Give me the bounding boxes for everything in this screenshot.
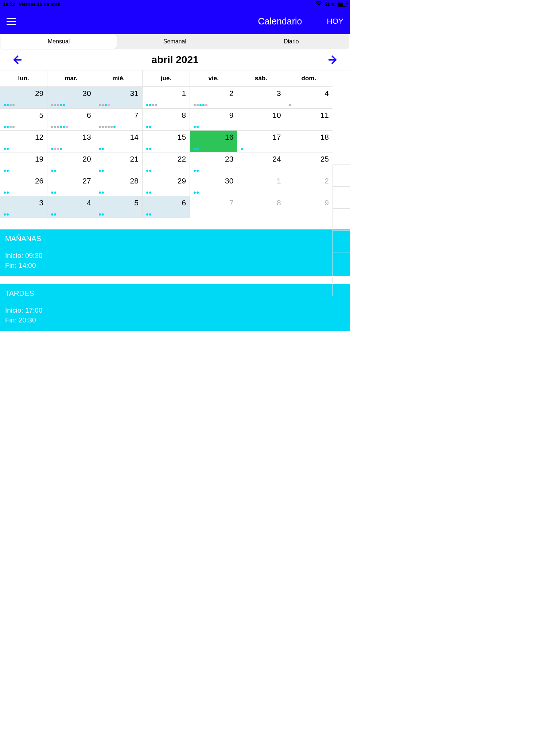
calendar-day[interactable]: 14	[95, 131, 143, 152]
event-dots	[194, 148, 199, 150]
status-battery-pct: 51 %	[324, 1, 335, 7]
calendar-day[interactable]: 6	[47, 109, 95, 130]
day-number: 27	[51, 177, 91, 185]
battery-icon	[338, 2, 347, 7]
calendar-day[interactable]: 18	[285, 131, 332, 152]
calendar-day[interactable]: 9	[190, 109, 237, 130]
event-dots	[51, 126, 68, 128]
day-number: 30	[194, 177, 233, 185]
event-card[interactable]: MAÑANASInicio: 09:30Fin: 14:00	[0, 229, 350, 276]
day-number: 1	[146, 89, 186, 98]
event-dots	[99, 148, 104, 150]
calendar-day[interactable]: 15	[143, 131, 190, 152]
page-title: Calendario	[258, 16, 302, 27]
day-number: 19	[4, 155, 43, 163]
menu-button[interactable]	[7, 18, 16, 25]
event-dots	[4, 148, 9, 150]
calendar-day[interactable]: 23	[190, 152, 237, 174]
tab-daily[interactable]: Diario	[233, 34, 349, 49]
calendar-day[interactable]: 11	[285, 109, 332, 130]
day-number: 9	[289, 198, 329, 207]
day-number: 4	[289, 89, 329, 98]
event-dots	[4, 104, 15, 106]
day-number: 3	[4, 198, 43, 207]
calendar-day[interactable]: 10	[237, 109, 285, 130]
event-dots	[4, 191, 9, 194]
calendar-day[interactable]: 7	[95, 109, 143, 130]
day-number: 2	[194, 89, 233, 98]
calendar-day[interactable]: 21	[95, 152, 143, 174]
next-month-button[interactable]	[328, 54, 339, 65]
calendar-day[interactable]: 4	[47, 196, 95, 218]
calendar-day[interactable]: 8	[143, 109, 190, 130]
calendar-day[interactable]: 30	[47, 87, 95, 108]
event-dots	[51, 170, 56, 172]
calendar-day[interactable]: 25	[285, 152, 332, 174]
day-number: 29	[146, 177, 186, 185]
event-dots	[289, 104, 291, 106]
calendar-day[interactable]: 8	[237, 196, 285, 218]
event-dots	[146, 191, 151, 194]
calendar-day[interactable]: 1	[143, 87, 190, 108]
calendar-day[interactable]: 13	[47, 131, 95, 152]
event-dots	[146, 213, 151, 216]
day-number: 21	[99, 155, 139, 163]
event-dots	[51, 148, 62, 150]
event-card[interactable]: TARDESInicio: 17:00Fin: 20:30	[0, 284, 350, 331]
day-number: 16	[194, 133, 233, 142]
prev-month-button[interactable]	[11, 54, 22, 65]
wifi-icon	[316, 1, 322, 7]
event-dots	[99, 213, 104, 216]
calendar-day[interactable]: 27	[47, 174, 95, 196]
day-number: 5	[99, 198, 139, 207]
calendar-day[interactable]: 30	[190, 174, 237, 196]
day-number: 20	[51, 155, 91, 163]
event-dots	[146, 148, 151, 150]
tab-monthly[interactable]: Mensual	[1, 34, 117, 49]
event-dots	[4, 170, 9, 172]
calendar-day[interactable]: 4	[285, 87, 332, 108]
calendar-day[interactable]: 6	[143, 196, 190, 218]
event-dots	[4, 213, 9, 216]
event-dots	[51, 191, 56, 194]
event-end: Fin: 14:00	[5, 261, 345, 271]
calendar-day[interactable]: 28	[95, 174, 143, 196]
day-number: 6	[51, 111, 91, 120]
calendar-day[interactable]: 20	[47, 152, 95, 174]
day-number: 14	[99, 133, 139, 142]
day-number: 29	[4, 89, 43, 98]
calendar-day[interactable]: 22	[143, 152, 190, 174]
event-title: TARDES	[5, 289, 345, 298]
calendar-day[interactable]: 17	[237, 131, 285, 152]
day-number: 13	[51, 133, 91, 142]
day-number: 31	[99, 89, 139, 98]
calendar-day[interactable]: 2	[285, 174, 332, 196]
tab-weekly[interactable]: Semanal	[117, 34, 233, 49]
event-dots	[146, 104, 157, 106]
today-button[interactable]: HOY	[327, 17, 343, 26]
calendar-day[interactable]: 31	[95, 87, 143, 108]
day-number: 1	[241, 177, 281, 185]
calendar-day[interactable]: 7	[190, 196, 237, 218]
day-number: 7	[194, 198, 233, 207]
calendar-day[interactable]: 5	[0, 109, 47, 130]
calendar-day[interactable]: 12	[0, 131, 47, 152]
event-dots	[194, 191, 199, 194]
calendar-day[interactable]: 2	[190, 87, 237, 108]
calendar-day[interactable]: 19	[0, 152, 47, 174]
calendar-day[interactable]: 29	[143, 174, 190, 196]
month-label: abril 2021	[151, 54, 198, 66]
calendar-day[interactable]: 1	[237, 174, 285, 196]
calendar-day[interactable]: 26	[0, 174, 47, 196]
calendar-day[interactable]: 16	[190, 131, 237, 152]
calendar-day[interactable]: 24	[237, 152, 285, 174]
calendar-day[interactable]: 3	[237, 87, 285, 108]
calendar-day[interactable]: 29	[0, 87, 47, 108]
day-number: 2	[289, 177, 329, 185]
status-date: Viernes 16 de abril	[19, 1, 61, 7]
event-dots	[146, 170, 151, 172]
calendar-day[interactable]: 5	[95, 196, 143, 218]
calendar-day[interactable]: 9	[285, 196, 332, 218]
event-dots	[99, 170, 104, 172]
calendar-day[interactable]: 3	[0, 196, 47, 218]
